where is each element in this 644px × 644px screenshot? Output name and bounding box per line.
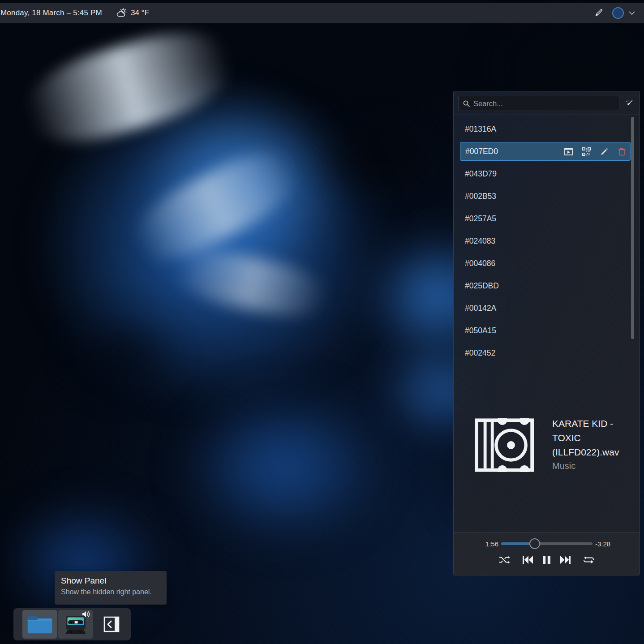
delete-icon[interactable] xyxy=(618,147,626,156)
clipboard-item-text: #007ED0 xyxy=(465,147,498,156)
task-file-manager[interactable] xyxy=(22,610,57,639)
clipboard-item[interactable]: #002452 xyxy=(454,342,640,359)
repeat-icon xyxy=(583,555,595,565)
media-info: KARATE KID - TOXIC (ILLFD022).wav Music xyxy=(474,418,635,472)
pause-icon xyxy=(541,554,552,565)
weather-widget[interactable]: 34 °F xyxy=(116,7,149,19)
clipboard-item-text: #0257A5 xyxy=(465,214,496,223)
clipboard-item[interactable]: #025DBD xyxy=(454,275,640,297)
system-tray xyxy=(594,7,636,19)
clipboard-item-text: #002B53 xyxy=(465,192,496,201)
previous-button[interactable] xyxy=(521,554,534,565)
tooltip-title: Show Panel xyxy=(61,576,160,586)
clipboard-item-text: #043D79 xyxy=(465,169,497,179)
time-elapsed: 1:56 xyxy=(454,540,498,548)
shuffle-button[interactable] xyxy=(498,555,511,565)
clear-history-button[interactable] xyxy=(624,98,635,109)
chevron-down-icon[interactable] xyxy=(628,9,636,17)
clipboard-item-text: #01316A xyxy=(465,125,496,134)
album-art-placeholder-icon xyxy=(474,418,534,472)
show-panel-icon xyxy=(103,616,120,633)
shuffle-icon xyxy=(498,555,511,565)
temperature-label: 34 °F xyxy=(131,9,149,17)
task-show-panel[interactable] xyxy=(94,610,129,639)
player-controls-footer: 1:56 -3:28 xyxy=(454,532,640,575)
seek-slider-handle[interactable] xyxy=(529,538,540,549)
search-box[interactable] xyxy=(458,96,619,111)
stylus-pen-icon[interactable] xyxy=(594,8,604,18)
clipboard-item-text: #024083 xyxy=(465,236,495,246)
search-strip xyxy=(454,91,640,115)
clipboard-item[interactable]: #002B53 xyxy=(454,185,640,207)
clipboard-item-text: #050A15 xyxy=(465,326,496,335)
clipboard-item[interactable]: #01316A xyxy=(454,118,640,140)
clipboard-item[interactable]: #00142A xyxy=(454,297,640,319)
clipboard-item-text: #004086 xyxy=(465,259,495,268)
track-source: Music xyxy=(552,461,635,471)
clipboard-item[interactable]: #024083 xyxy=(454,230,640,252)
invoke-action-icon[interactable] xyxy=(564,148,573,155)
clipboard-item-text: #025DBD xyxy=(465,281,499,291)
skip-backward-icon xyxy=(521,554,534,565)
clipboard-item-text: #002452 xyxy=(465,348,495,358)
clipboard-item[interactable]: #0257A5 xyxy=(454,207,640,230)
track-title: KARATE KID - TOXIC (ILLFD022).wav xyxy=(552,416,635,459)
top-panel: Monday, 18 March – 5:45 PM 34 °F xyxy=(0,3,644,23)
tooltip-subtitle: Show the hidden right panel. xyxy=(61,588,160,596)
task-bar xyxy=(13,608,131,640)
clock-datetime[interactable]: Monday, 18 March – 5:45 PM xyxy=(0,9,102,17)
clipboard-history-list: #01316A #007ED0 xyxy=(454,116,640,359)
repeat-button[interactable] xyxy=(583,555,595,565)
color-picker-icon[interactable] xyxy=(612,7,624,19)
search-input[interactable] xyxy=(473,99,608,108)
clipboard-item[interactable]: #004086 xyxy=(454,252,640,275)
task-media-player[interactable] xyxy=(58,610,93,639)
system-tray-popup: #01316A #007ED0 xyxy=(453,91,640,575)
clipboard-item-selected[interactable]: #007ED0 xyxy=(460,142,631,161)
sun-behind-cloud-icon xyxy=(116,7,128,19)
qr-code-icon[interactable] xyxy=(582,147,591,156)
scrollbar-thumb[interactable] xyxy=(631,117,634,339)
clipboard-item[interactable]: #043D79 xyxy=(454,163,640,185)
pause-button[interactable] xyxy=(541,554,552,565)
clipboard-item[interactable]: #050A15 xyxy=(454,319,640,342)
volume-icon xyxy=(82,610,90,618)
time-remaining: -3:28 xyxy=(595,540,610,548)
edit-icon[interactable] xyxy=(600,147,609,156)
search-icon xyxy=(463,100,470,107)
tooltip: Show Panel Show the hidden right panel. xyxy=(55,571,167,605)
folder-icon xyxy=(26,614,53,635)
seek-slider[interactable] xyxy=(501,542,592,545)
clipboard-item-actions xyxy=(564,147,626,156)
tray-separator xyxy=(608,9,608,17)
next-button[interactable] xyxy=(559,554,572,565)
skip-forward-icon xyxy=(559,554,572,565)
broom-icon xyxy=(625,99,634,108)
playback-controls xyxy=(454,554,640,565)
clipboard-item-text: #00142A xyxy=(465,304,496,313)
